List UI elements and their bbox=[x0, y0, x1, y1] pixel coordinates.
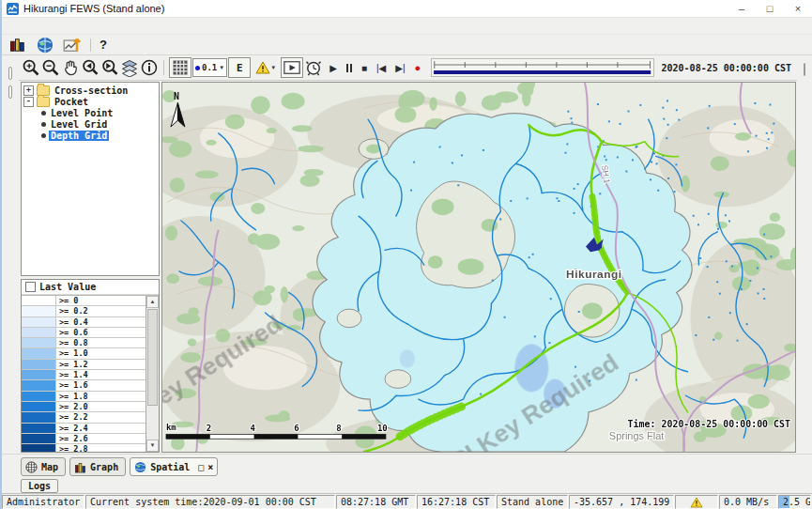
pause-button[interactable] bbox=[346, 64, 352, 72]
map-tab-icon bbox=[25, 461, 38, 473]
legend-entry-label: >= 1.0 bbox=[56, 348, 88, 358]
side-tab[interactable] bbox=[8, 85, 12, 99]
database-viewer-icon[interactable] bbox=[8, 36, 27, 54]
last-value-checkbox[interactable] bbox=[25, 282, 36, 292]
bottom-tab-label: Graph bbox=[90, 462, 118, 472]
legend-entry-label: >= 0.4 bbox=[56, 317, 88, 327]
legend-list: >= 0 >= 0.2 >= 0.4 >= 0.6 bbox=[22, 296, 146, 452]
bottom-tab[interactable]: Graph □ × bbox=[69, 457, 126, 476]
skip-to-end-button[interactable]: ▶| bbox=[395, 63, 405, 73]
legend-entry-label: >= 0.6 bbox=[56, 328, 88, 337]
legend-entry: >= 2.8 bbox=[22, 444, 146, 452]
layer-bullet-icon bbox=[41, 133, 46, 138]
fews-logo-icon bbox=[7, 3, 19, 15]
legend-entry: >= 1.2 bbox=[22, 360, 146, 370]
scroll-down-icon[interactable]: ▼ bbox=[146, 440, 159, 452]
skip-to-start-button[interactable]: |◀ bbox=[376, 63, 386, 73]
legend-entry-label: >= 2.6 bbox=[56, 434, 88, 443]
left-panel: + Cross-section - Pocket bbox=[21, 82, 160, 453]
logs-tab[interactable]: Logs bbox=[21, 479, 58, 493]
bottom-tab[interactable]: Spatial □ × bbox=[130, 457, 218, 476]
bottom-tab-label: Map bbox=[41, 462, 58, 472]
legend-entry-label: >= 2.2 bbox=[56, 412, 88, 422]
svg-text:2: 2 bbox=[207, 424, 211, 434]
animation-transport: ▶ ■ |◀ ▶| ● bbox=[329, 62, 421, 73]
tree-expander-icon[interactable]: + bbox=[23, 85, 34, 96]
legend-color-swatch bbox=[22, 317, 56, 327]
warning-threshold-dropdown[interactable]: ▼ bbox=[252, 58, 280, 77]
legend-entry: >= 2.0 bbox=[22, 402, 146, 412]
longitudinal-profile-button[interactable]: E bbox=[228, 57, 251, 78]
bottom-tab-area: Map □ × bbox=[2, 454, 812, 493]
svg-text:8: 8 bbox=[336, 424, 341, 434]
time-slider[interactable] bbox=[431, 58, 653, 77]
tree-item[interactable]: Depth Grid bbox=[23, 130, 159, 141]
legend-entry-label: >= 0.8 bbox=[56, 338, 88, 347]
legend-entry: >= 0.4 bbox=[22, 317, 146, 328]
contour-threshold-dropdown[interactable]: 0.1 ▼ bbox=[192, 58, 227, 77]
timeseries-display-icon[interactable] bbox=[63, 36, 82, 54]
tree-item[interactable]: Level Point bbox=[23, 107, 159, 118]
chevron-down-icon: ▼ bbox=[270, 65, 276, 70]
map-toolbar: 0.1 ▼ E ▼ bbox=[19, 55, 797, 81]
title-bar: Hikurangi FEWS (Stand alone) – □ × bbox=[2, 0, 812, 18]
maximize-button[interactable]: □ bbox=[756, 1, 784, 17]
legend-entry-label: >= 0.2 bbox=[56, 306, 88, 316]
side-tab[interactable] bbox=[8, 67, 12, 80]
status-cell: 2.5 GB bbox=[778, 495, 811, 509]
close-button[interactable]: × bbox=[784, 1, 812, 17]
legend-color-swatch bbox=[22, 348, 56, 358]
tab-restore-icon[interactable]: □ bbox=[198, 462, 204, 472]
warning-icon bbox=[255, 61, 270, 74]
legend-color-swatch bbox=[22, 370, 56, 379]
status-cell: Current system time:2020-09-01 00:00 CST bbox=[85, 495, 335, 509]
zoom-out-icon[interactable] bbox=[41, 58, 60, 77]
bottom-tab[interactable]: Map □ × bbox=[21, 457, 66, 476]
scroll-up-icon[interactable]: ▲ bbox=[146, 296, 159, 308]
left-tab-strip bbox=[2, 55, 19, 454]
map-display-icon[interactable] bbox=[36, 36, 54, 54]
svg-text:10: 10 bbox=[377, 424, 388, 434]
help-icon[interactable]: ? bbox=[100, 38, 107, 52]
legend-entry-label: >= 1.6 bbox=[56, 380, 88, 390]
tree-expander-icon[interactable]: - bbox=[23, 97, 34, 107]
legend-color-swatch bbox=[22, 306, 56, 316]
legend-entry: >= 1.6 bbox=[22, 380, 146, 391]
stop-button[interactable]: ■ bbox=[361, 63, 367, 73]
current-time-display: 2020-08-25 00:00:00 CST bbox=[659, 63, 794, 73]
pan-hand-icon[interactable] bbox=[61, 58, 80, 77]
side-tab[interactable] bbox=[804, 63, 805, 76]
tree-item[interactable]: Level Grid bbox=[23, 118, 159, 130]
threshold-dot-icon bbox=[195, 66, 200, 70]
warning-icon[interactable] bbox=[690, 497, 703, 508]
legend-color-swatch bbox=[22, 338, 56, 347]
play-button[interactable]: ▶ bbox=[329, 63, 337, 73]
grid-display-icon[interactable] bbox=[169, 57, 192, 78]
animation-player-icon[interactable] bbox=[281, 57, 303, 78]
info-icon[interactable] bbox=[140, 58, 159, 77]
animation-clock-icon[interactable] bbox=[304, 58, 323, 77]
tree-item[interactable]: - Pocket bbox=[23, 96, 159, 107]
legend-color-swatch bbox=[22, 392, 56, 401]
zoom-in-icon[interactable] bbox=[22, 58, 40, 77]
zoom-previous-icon[interactable] bbox=[81, 58, 100, 77]
legend-scrollbar[interactable]: ▲ ▼ bbox=[146, 296, 159, 452]
layer-bullet-icon bbox=[41, 111, 46, 116]
status-cell: Administrator bbox=[2, 495, 84, 509]
chevron-down-icon: ▼ bbox=[219, 65, 224, 70]
map-canvas[interactable]: API Key Required API Key Required SH 1 H… bbox=[161, 82, 796, 453]
record-button[interactable]: ● bbox=[415, 62, 421, 73]
zoom-next-icon[interactable] bbox=[100, 58, 119, 77]
graph-tab-icon bbox=[74, 461, 86, 473]
toolbar-separator bbox=[90, 39, 91, 52]
legend-entry-label: >= 1.2 bbox=[56, 360, 88, 369]
town-label: Hikurangi bbox=[566, 268, 622, 281]
layer-bullet-icon bbox=[41, 122, 46, 127]
scroll-thumb[interactable] bbox=[147, 309, 158, 406]
minimize-button[interactable]: – bbox=[728, 1, 756, 17]
status-cell: 0.0 MB/s bbox=[719, 495, 777, 509]
layers-icon[interactable] bbox=[120, 58, 139, 77]
tab-close-icon[interactable]: × bbox=[207, 462, 213, 472]
legend-color-swatch bbox=[22, 434, 56, 443]
legend-entry: >= 0.8 bbox=[22, 338, 146, 348]
